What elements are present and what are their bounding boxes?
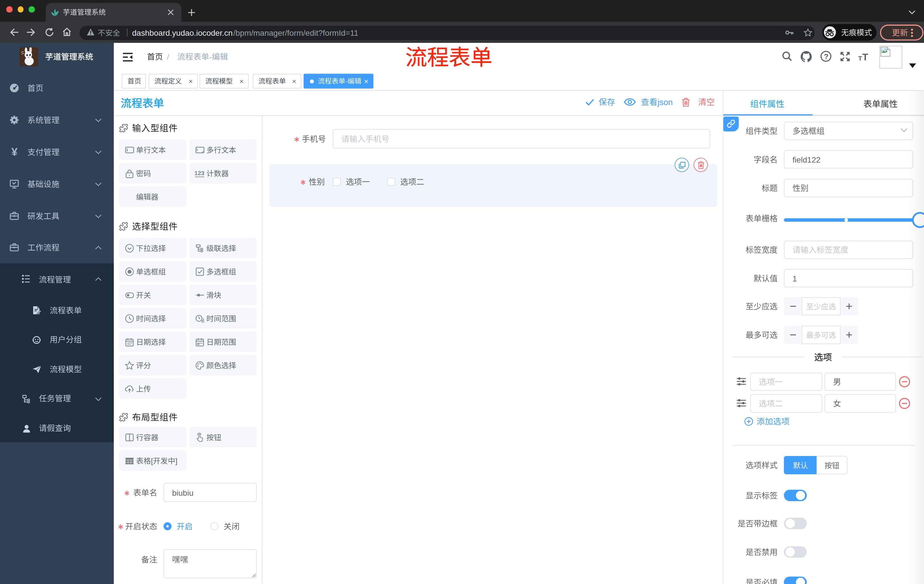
svg-text:]: ] (175, 457, 177, 466)
svg-text:T: T (858, 55, 862, 62)
svg-text:T: T (862, 51, 868, 62)
svg-text:1: 1 (792, 274, 797, 283)
svg-text:-: - (209, 53, 212, 61)
svg-text:/bpm/manager/form/edit?formId=: /bpm/manager/form/edit?formId=11 (233, 28, 358, 37)
svg-text:/: / (167, 53, 169, 61)
svg-text:¥: ¥ (11, 146, 17, 158)
svg-text:dashboard.yudao.iocoder.cn: dashboard.yudao.iocoder.cn (132, 28, 233, 37)
svg-text:field122: field122 (792, 155, 820, 164)
svg-text:[: [ (151, 457, 153, 466)
svg-text:?: ? (823, 52, 828, 61)
svg-text:json: json (657, 98, 673, 107)
svg-text:123: 123 (195, 170, 205, 176)
svg-text:-: - (345, 77, 348, 85)
svg-text:biubiu: biubiu (172, 489, 193, 497)
